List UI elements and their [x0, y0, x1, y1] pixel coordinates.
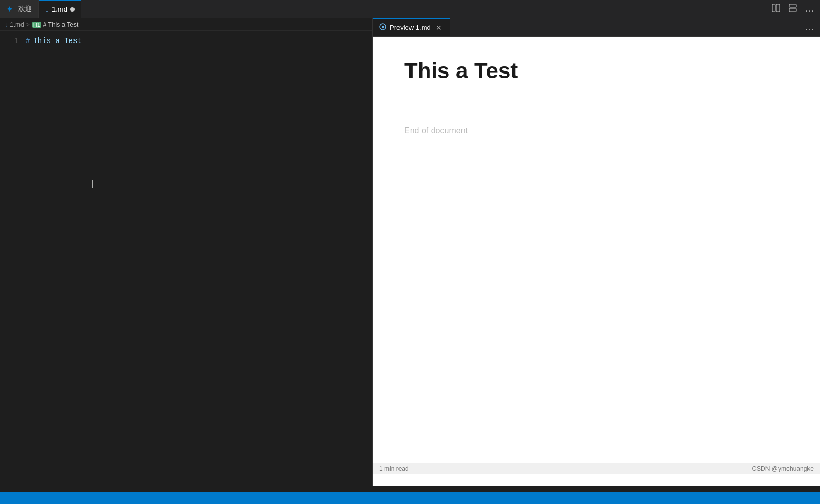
tab-welcome-label: 欢迎 [18, 4, 32, 14]
more-actions-icon[interactable]: … [803, 3, 816, 15]
code-area[interactable]: # This a Test [24, 31, 366, 486]
tab-welcome[interactable]: ✦ 欢迎 [0, 0, 39, 18]
tab-file-label: 1.md [52, 5, 67, 13]
svg-rect-3 [789, 8, 796, 12]
preview-more-icon[interactable]: … [803, 22, 816, 33]
line-numbers: 1 [0, 31, 24, 486]
editor-content[interactable]: 1 # This a Test [0, 31, 372, 486]
tab-bar: ✦ 欢迎 ↓ 1.md … [0, 0, 820, 18]
text-cursor [92, 180, 93, 188]
breadcrumb-heading-label: # This a Test [43, 21, 79, 28]
preview-tab[interactable]: Preview 1.md ✕ [373, 18, 450, 36]
editor-scrollbar[interactable] [366, 31, 372, 486]
preview-end-of-document: End of document [404, 126, 789, 135]
code-line-1: # This a Test [24, 35, 366, 47]
breadcrumb: ↓ 1.md > H1 # This a Test [0, 18, 372, 31]
breadcrumb-heading-icon: H1 [32, 22, 41, 28]
preview-body: This a Test End of document [373, 37, 820, 486]
code-hash: # [26, 35, 30, 47]
preview-tab-actions: … [799, 18, 820, 36]
line-number-1: 1 [0, 35, 18, 47]
preview-close-button[interactable]: ✕ [434, 23, 444, 33]
preview-h1: This a Test [404, 58, 789, 84]
breadcrumb-file[interactable]: ↓ 1.md [5, 21, 24, 28]
code-text: This a Test [33, 35, 81, 47]
attribution-label: CSDN @ymchuangke [752, 465, 814, 472]
split-editor-icon[interactable] [770, 3, 782, 15]
breadcrumb-file-icon: ↓ [5, 21, 8, 28]
vscode-logo-icon: ✦ [6, 4, 13, 14]
preview-tab-bar: Preview 1.md ✕ … [373, 18, 820, 37]
tab-modified-indicator [70, 7, 75, 12]
overall-status-bar [0, 492, 820, 504]
read-time-label: 1 min read [379, 465, 409, 472]
preview-tab-label: Preview 1.md [390, 24, 431, 32]
breadcrumb-separator: > [26, 21, 30, 28]
preview-content-area: This a Test End of document [373, 37, 820, 486]
main-layout: ↓ 1.md > H1 # This a Test 1 # This a Tes… [0, 18, 820, 486]
preview-tab-icon [379, 23, 386, 32]
tab-bar-actions: … [765, 0, 820, 18]
breadcrumb-file-label: 1.md [10, 21, 24, 28]
layout-icon[interactable] [786, 3, 799, 15]
tab-file[interactable]: ↓ 1.md [39, 0, 81, 18]
file-tab-icon: ↓ [45, 5, 49, 14]
svg-rect-0 [772, 4, 775, 12]
preview-pane: Preview 1.md ✕ … This a Test End of docu… [373, 18, 820, 486]
svg-rect-2 [789, 4, 796, 7]
breadcrumb-heading[interactable]: H1 # This a Test [32, 21, 79, 28]
preview-footer: 1 min read CSDN @ymchuangke [373, 463, 820, 474]
svg-rect-1 [776, 4, 780, 12]
editor-pane: ↓ 1.md > H1 # This a Test 1 # This a Tes… [0, 18, 373, 486]
